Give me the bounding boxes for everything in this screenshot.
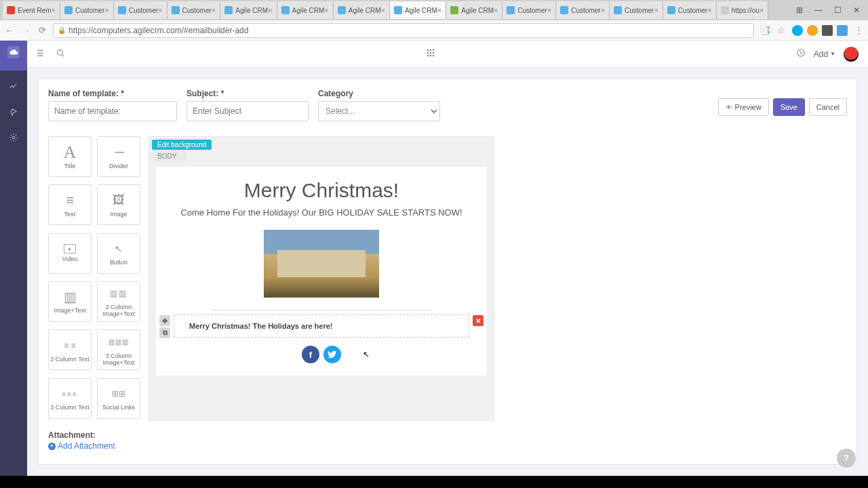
subject-input[interactable] <box>186 101 309 121</box>
preview-button[interactable]: Preview <box>718 98 769 116</box>
tab-close-icon[interactable]: × <box>760 6 764 14</box>
browser-tab[interactable]: Agile CRM× <box>334 1 390 19</box>
browser-tab[interactable]: Event Rem× <box>3 1 60 19</box>
tab-close-icon[interactable]: × <box>494 6 498 14</box>
browser-tab[interactable]: Customer× <box>114 1 167 19</box>
copy-handle-icon[interactable]: ⧉ <box>159 327 170 338</box>
tab-close-icon[interactable]: × <box>547 6 551 14</box>
tab-close-icon[interactable]: × <box>324 6 328 14</box>
template-name-input[interactable] <box>48 101 177 121</box>
browser-tab[interactable]: https://ou× <box>717 1 769 19</box>
palette-block[interactable]: ATitle <box>48 136 92 177</box>
browser-tab[interactable]: Customer× <box>60 1 114 19</box>
browser-tab[interactable]: Customer× <box>663 1 717 19</box>
browser-tab[interactable]: Customer× <box>167 1 221 19</box>
ext-icon-3[interactable] <box>822 25 833 36</box>
tab-close-icon[interactable]: × <box>707 6 711 14</box>
rail-campaigns-icon[interactable] <box>7 106 20 118</box>
panel-toggle-icon[interactable]: ⊞ <box>791 3 808 17</box>
tab-close-icon[interactable]: × <box>437 6 441 14</box>
avatar[interactable] <box>844 47 859 62</box>
ext-icon-2[interactable] <box>807 25 818 36</box>
palette-block[interactable]: ▥▥2 Column Image+Text <box>97 281 140 322</box>
palette-block[interactable]: ↖Button <box>97 233 140 274</box>
browser-tab[interactable]: Customer× <box>556 1 610 19</box>
rail-logo-icon[interactable] <box>7 46 20 58</box>
help-fab-icon[interactable]: ? <box>837 449 856 468</box>
block-icon: ▸ <box>64 244 76 253</box>
tab-label: Event Rem <box>18 7 51 14</box>
tab-favicon <box>172 6 180 14</box>
tab-close-icon[interactable]: × <box>104 6 108 14</box>
apps-grid-icon[interactable] <box>426 50 435 60</box>
tab-close-icon[interactable]: × <box>268 6 272 14</box>
close-window-button[interactable]: ✕ <box>848 3 865 17</box>
block-label: Divider <box>109 163 128 169</box>
tab-close-icon[interactable]: × <box>212 6 216 14</box>
minimize-button[interactable]: — <box>810 3 827 17</box>
email-subtitle[interactable]: Come Home For the Holidays! Our BIG HOLI… <box>180 207 462 218</box>
add-button[interactable]: Add ▼ <box>814 49 835 59</box>
block-label: 2 Column Text <box>50 356 89 363</box>
clock-icon[interactable] <box>796 48 806 60</box>
back-button[interactable]: ← <box>4 25 15 36</box>
save-button[interactable]: Save <box>773 98 805 116</box>
browser-tab[interactable]: Agile CRM× <box>277 1 334 19</box>
rail-analytics-icon[interactable] <box>7 80 20 92</box>
palette-block[interactable]: ─Divider <box>97 136 140 177</box>
tab-close-icon[interactable]: × <box>158 6 162 14</box>
category-select[interactable]: Select... <box>318 101 440 121</box>
browser-tab[interactable]: Customer× <box>610 1 663 19</box>
tab-close-icon[interactable]: × <box>654 6 658 14</box>
block-icon: ▥▥ <box>110 285 127 302</box>
email-image[interactable] <box>264 230 379 298</box>
social-links-block[interactable]: f <box>302 346 341 363</box>
attachment-section: Attachment: Add Attachment <box>48 430 115 451</box>
palette-block[interactable]: ≡ ≡2 Column Text <box>48 329 92 370</box>
palette-block[interactable]: ▥▥▥3 Column Image+Text <box>97 329 140 370</box>
email-title[interactable]: Merry Christmas! <box>244 179 399 202</box>
tab-close-icon[interactable]: × <box>51 6 55 14</box>
chevron-down-icon: ▼ <box>830 51 835 57</box>
email-canvas[interactable]: Merry Christmas! Come Home For the Holid… <box>156 167 487 375</box>
tab-close-icon[interactable]: × <box>381 6 385 14</box>
palette-block[interactable]: ▥Image+Text <box>48 281 92 322</box>
twitter-icon[interactable] <box>323 346 341 363</box>
browser-tab[interactable]: Customer× <box>502 1 556 19</box>
svg-rect-4 <box>433 49 434 51</box>
skype-ext-icon[interactable] <box>792 25 803 36</box>
bookmark-icon[interactable]: 📑 <box>760 25 770 36</box>
search-icon[interactable] <box>56 49 65 60</box>
sidebar-toggle-icon[interactable]: ☰ <box>37 49 44 60</box>
rail-settings-icon[interactable] <box>7 131 20 144</box>
facebook-icon[interactable]: f <box>302 346 319 363</box>
browser-tab[interactable]: Agile CRM× <box>446 1 502 19</box>
star-icon[interactable]: ☆ <box>776 25 787 36</box>
body-tab[interactable]: BODY <box>152 151 186 161</box>
palette-block[interactable]: ▸Video <box>48 233 92 274</box>
menu-icon[interactable]: ⋮ <box>853 25 864 36</box>
add-attachment-link[interactable]: Add Attachment <box>48 441 115 451</box>
forward-button[interactable]: → <box>20 25 31 36</box>
attachment-label: Attachment: <box>48 430 96 440</box>
url-input[interactable]: 🔒 https://computers.agilecrm.com/#emailb… <box>53 23 754 38</box>
palette-block[interactable]: ⊞⊞Social Links <box>97 378 140 419</box>
ext-icon-4[interactable] <box>837 25 848 36</box>
edit-background-tab[interactable]: Edit background <box>152 140 212 150</box>
tab-label: Agile CRM <box>292 7 325 14</box>
reload-button[interactable]: ⟳ <box>37 25 47 36</box>
browser-tab[interactable]: Agile CRM× <box>390 1 446 19</box>
tab-close-icon[interactable]: × <box>601 6 605 14</box>
browser-tab[interactable]: Agile CRM× <box>220 1 277 19</box>
palette-block[interactable]: ≡≡≡3 Column Text <box>48 378 92 419</box>
email-divider[interactable] <box>211 310 433 310</box>
cancel-button[interactable]: Cancel <box>809 98 847 116</box>
palette-block[interactable]: 🖼Image <box>97 184 140 225</box>
maximize-button[interactable]: ☐ <box>829 3 846 17</box>
move-handle-icon[interactable]: ✥ <box>159 315 170 326</box>
palette-block[interactable]: ≡Text <box>48 184 92 225</box>
email-text-block[interactable]: ✥ ⧉ Merry Christmas! The Holidays are he… <box>174 314 469 338</box>
svg-rect-5 <box>427 52 429 54</box>
svg-point-1 <box>58 49 63 55</box>
delete-block-icon[interactable]: ✕ <box>473 315 484 326</box>
